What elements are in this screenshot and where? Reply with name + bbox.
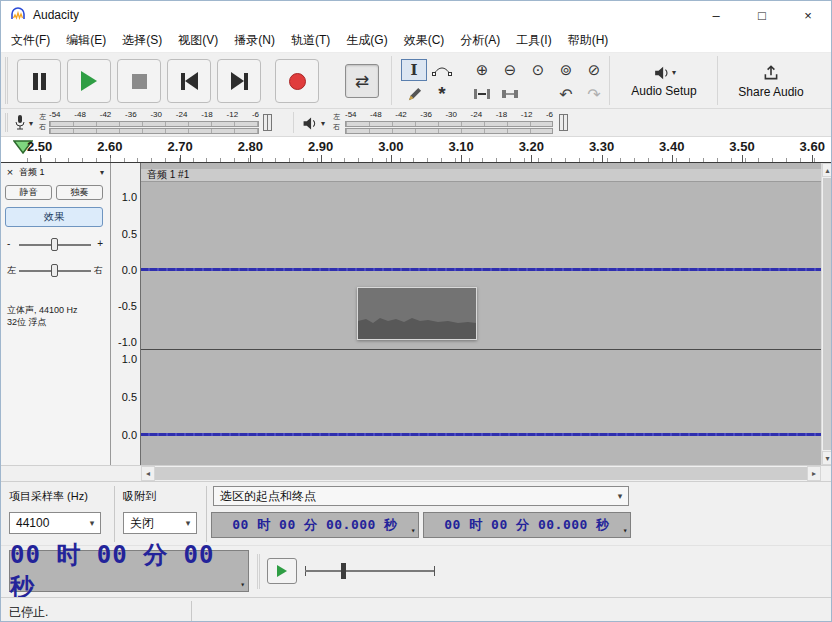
scroll-left-button[interactable]: ◂ [141,466,155,481]
project-rate-label: 项目采样率 (Hz) [9,489,88,504]
toolbar-row: ⇄ I ⊕ ⊖ ⊙ ⊚ ⊘ * [1,53,831,109]
zoom-toggle-button[interactable]: ⊘ [581,59,607,81]
pause-button[interactable] [17,59,61,103]
project-rate-value: 44100 [16,516,49,530]
selection-end-time-field[interactable]: 00 时 00 分 00.000 秒 ▾ [423,512,631,538]
selection-range-mode-combobox[interactable]: 选区的起点和终点 ▾ [213,486,629,506]
pan-slider-thumb[interactable] [51,264,58,277]
track-name-menu[interactable]: 音频 1 ▾ [19,165,107,179]
audio-position-time-field[interactable]: 00 时 00 分 00 秒 ▾ [9,550,249,592]
titlebar: Audacity – □ × [1,1,831,29]
menu-item[interactable]: 选择(S) [114,28,170,53]
audio-position-value: 00 时 00 分 00 秒 [10,539,248,603]
fit-selection-button[interactable]: ⊙ [525,59,551,81]
pan-slider[interactable]: 左 右 [5,261,105,281]
timeline-label: 2.90 [308,139,333,154]
skip-end-icon [244,73,248,90]
app-logo-icon [9,6,27,24]
record-meter-dropdown-icon[interactable]: ▾ [29,119,33,128]
clip-header[interactable]: 音频 1 #1 [141,169,821,182]
project-rate-combobox[interactable]: 44100 ▾ [9,512,101,534]
playback-meter-right-bar[interactable] [345,128,553,134]
play-at-speed-button[interactable] [267,558,297,584]
fit-project-button[interactable]: ⊚ [553,59,579,81]
play-at-speed-grip[interactable] [257,554,260,589]
record-meter-scale-number: -48 [74,110,86,119]
mute-button[interactable]: 静音 [5,185,52,200]
selbar-separator [114,486,115,542]
play-button[interactable] [67,59,111,103]
menu-item[interactable]: 文件(F) [3,28,58,53]
scroll-down-icon: ▾ [825,454,829,463]
selection-tool-button[interactable]: I [401,59,427,81]
record-meter-grip[interactable] [5,113,8,132]
speed-slider-thumb[interactable] [341,563,346,579]
playback-meter-scale: -54-48-42-36-30-24-18-12-6 [345,110,553,119]
pan-right-label: 右 [94,264,103,277]
gain-slider[interactable]: - + [5,235,105,255]
menu-item[interactable]: 生成(G) [338,28,395,53]
track-close-button[interactable]: × [3,165,17,179]
playback-meter-scale-number: -24 [471,110,483,119]
silence-audio-button[interactable] [497,83,523,105]
trim-audio-button[interactable] [469,83,495,105]
speed-slider-tick [434,566,435,576]
redo-button[interactable]: ↷ [581,83,607,105]
snap-to-combobox[interactable]: 关闭 ▾ [123,512,197,534]
maximize-button[interactable]: □ [739,1,785,29]
menu-item[interactable]: 播录(N) [226,28,283,53]
audio-setup-button[interactable]: ▾ Audio Setup [615,55,713,107]
close-button[interactable]: × [785,1,831,29]
record-clip-indicator[interactable] [263,114,272,131]
solo-button[interactable]: 独奏 [56,185,103,200]
horizontal-scrollbar-thumb[interactable] [155,467,807,480]
skip-to-start-button[interactable] [167,59,211,103]
playback-meter-dropdown-icon[interactable]: ▾ [321,119,325,128]
horizontal-scrollbar[interactable]: ◂ ▸ [1,465,831,481]
record-meter-scale-number: -24 [176,110,188,119]
transport-grip[interactable] [5,57,8,104]
waveform-area[interactable]: 音频 1 #1 [141,163,821,465]
scroll-right-button[interactable]: ▸ [807,466,821,481]
zoom-toggle-icon: ⊘ [588,61,601,79]
playback-meter-left-bar[interactable] [345,121,553,127]
menu-item[interactable]: 分析(A) [452,28,508,53]
menu-item[interactable]: 效果(C) [396,28,453,53]
playback-speed-slider[interactable] [305,558,435,584]
envelope-tool-button[interactable] [429,59,455,81]
scroll-down-button[interactable]: ▾ [822,451,832,465]
scroll-up-button[interactable]: ▴ [822,163,832,177]
skip-to-end-button[interactable] [217,59,261,103]
record-meter-scale-number: -54 [49,110,61,119]
menu-item[interactable]: 视图(V) [170,28,226,53]
status-separator [191,601,192,621]
menu-item[interactable]: 帮助(H) [560,28,617,53]
vertical-scrollbar[interactable]: ▴ ▾ [821,163,832,465]
record-meter-left-bar[interactable] [49,121,259,127]
zoom-in-button[interactable]: ⊕ [469,59,495,81]
timeline-label: 2.50 [27,139,52,154]
loop-button[interactable]: ⇄ [345,64,379,98]
record-meter-right-bar[interactable] [49,128,259,134]
playback-meter-scale-number: -36 [420,110,432,119]
skip-start-triangle [185,72,198,90]
undo-button[interactable]: ↶ [553,83,579,105]
minimize-button[interactable]: – [693,1,739,29]
menu-item[interactable]: 编辑(E) [58,28,114,53]
timeline-ruler[interactable]: 2.502.602.702.802.903.003.103.203.303.40… [1,137,831,163]
effects-button[interactable]: 效果 [5,207,103,227]
selection-start-time-field[interactable]: 00 时 00 分 00.000 秒 ▾ [211,512,419,538]
fit-project-icon: ⊚ [560,61,573,79]
draw-tool-button[interactable] [401,83,427,105]
share-audio-button[interactable]: Share Audio [723,55,819,107]
record-button[interactable] [275,59,319,103]
vertical-scale-ruler[interactable]: 1.0 0.5 0.0 -0.5 -1.0 1.0 0.5 0.0 [111,163,141,465]
menu-item[interactable]: 工具(I) [508,28,559,53]
gain-slider-thumb[interactable] [51,238,58,251]
multi-tool-button[interactable]: * [429,83,455,105]
stop-button[interactable] [117,59,161,103]
zoom-out-button[interactable]: ⊖ [497,59,523,81]
vertical-scrollbar-thumb[interactable] [823,178,832,450]
menu-item[interactable]: 轨道(T) [283,28,338,53]
playback-clip-indicator[interactable] [559,114,568,131]
